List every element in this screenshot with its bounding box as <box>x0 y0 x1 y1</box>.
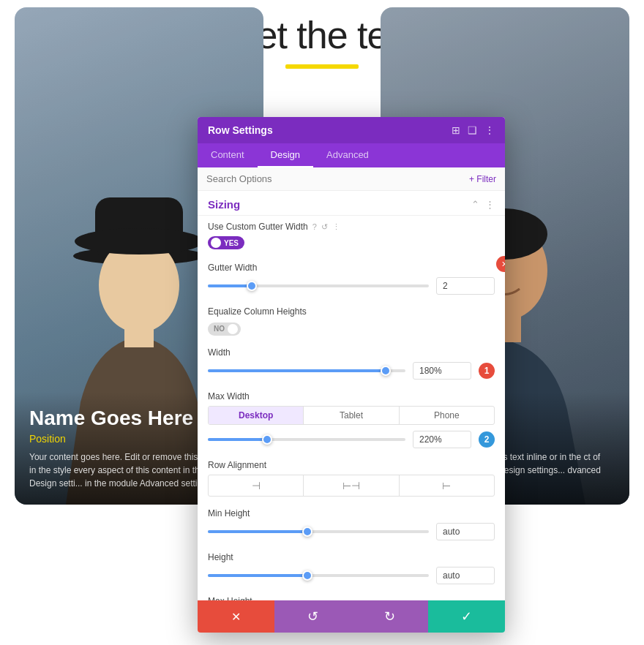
svg-point-3 <box>75 228 203 254</box>
gutter-width-toggle-row: Use Custom Gutter Width ? ↺ ⋮ YES <box>198 216 505 257</box>
badge-2: 2 <box>479 431 495 448</box>
max-width-slider: 220% 2 <box>208 431 495 448</box>
reset-icon: ↺ <box>307 608 318 625</box>
more-settings-icon[interactable]: ⋮ <box>485 199 495 210</box>
save-icon: ✓ <box>461 608 472 625</box>
gutter-width-slider-label: Gutter Width <box>208 263 495 273</box>
width-row: Width 180% 1 <box>198 342 505 385</box>
align-right-btn[interactable]: ⊢ <box>400 475 494 496</box>
gutter-slider-fill <box>208 284 252 287</box>
row-settings-modal: Row Settings ⊞ ❑ ⋮ Content Design Advanc… <box>198 117 505 633</box>
sizing-section-header: Sizing ⌃ ⋮ <box>198 191 505 216</box>
width-slider-thumb[interactable] <box>381 366 391 376</box>
align-left-btn[interactable]: ⊣ <box>209 475 304 496</box>
min-height-row: Min Height auto <box>198 502 505 546</box>
height-slider-track[interactable] <box>208 574 429 577</box>
max-width-row: Max Width Desktop Tablet Phone 220% 2 <box>198 385 505 454</box>
min-height-slider-track[interactable] <box>208 530 429 533</box>
width-slider-fill <box>208 369 386 372</box>
help-icon-gutter[interactable]: ? <box>312 222 317 231</box>
height-label: Height <box>208 552 495 562</box>
height-row: Height auto <box>198 546 505 590</box>
modal-header-icons: ⊞ ❑ ⋮ <box>452 124 495 136</box>
equalize-toggle[interactable]: NO <box>208 322 241 336</box>
redo-button[interactable]: ↻ <box>351 600 428 633</box>
min-height-label: Min Height <box>208 508 495 518</box>
height-slider-thumb[interactable] <box>302 570 312 581</box>
width-label: Width <box>208 347 495 358</box>
cancel-button[interactable]: ✕ <box>198 600 274 633</box>
device-tab-tablet[interactable]: Tablet <box>304 407 399 424</box>
height-slider: auto <box>208 567 495 584</box>
settings-icon[interactable]: ⊞ <box>452 124 460 136</box>
copy-icon[interactable]: ❑ <box>468 124 477 136</box>
modal-footer: ✕ ↺ ↻ ✓ <box>198 600 505 633</box>
max-width-slider-track[interactable] <box>208 438 405 441</box>
height-value[interactable]: auto <box>436 567 495 584</box>
search-input[interactable] <box>206 173 469 184</box>
device-tab-phone[interactable]: Phone <box>400 407 494 424</box>
toggle-circle <box>211 238 221 248</box>
tab-design[interactable]: Design <box>258 143 313 167</box>
width-value[interactable]: 180% <box>413 362 471 380</box>
min-height-slider: auto <box>208 523 495 540</box>
align-center-btn[interactable]: ⊢⊣ <box>304 475 399 496</box>
accent-bar <box>285 64 359 69</box>
max-width-slider-fill <box>208 438 267 441</box>
save-button[interactable]: ✓ <box>428 600 505 633</box>
badge-1: 1 <box>479 363 495 379</box>
more-icon[interactable]: ⋮ <box>484 124 495 136</box>
collapse-icon[interactable]: ⌃ <box>471 199 479 210</box>
alignment-buttons: ⊣ ⊢⊣ ⊢ <box>208 475 495 497</box>
modal-body: Sizing ⌃ ⋮ Use Custom Gutter Width ? ↺ ⋮… <box>198 191 505 600</box>
height-slider-fill <box>208 574 307 577</box>
more-icon-gutter[interactable]: ⋮ <box>332 222 340 232</box>
gutter-slider-thumb[interactable] <box>247 281 257 291</box>
gutter-width-slider-row: Gutter Width 2 <box>198 257 505 301</box>
gutter-toggle[interactable]: YES <box>208 236 244 249</box>
max-width-slider-thumb[interactable] <box>262 434 272 445</box>
gutter-value[interactable]: 2 <box>436 277 495 295</box>
min-height-slider-fill <box>208 530 307 533</box>
redo-icon: ↻ <box>384 608 395 625</box>
toggle-circle-no <box>228 324 238 334</box>
tab-advanced[interactable]: Advanced <box>313 143 382 167</box>
max-height-row: Max Height none <box>198 590 505 601</box>
modal-tabs: Content Design Advanced <box>198 143 505 167</box>
min-height-slider-thumb[interactable] <box>302 527 312 537</box>
equalize-label: Equalize Column Heights <box>208 306 495 317</box>
modal-search-bar: + Filter <box>198 167 505 191</box>
modal-title: Row Settings <box>208 124 273 136</box>
reset-button[interactable]: ↺ <box>274 600 351 633</box>
reset-icon-gutter[interactable]: ↺ <box>321 222 328 232</box>
modal-header: Row Settings ⊞ ❑ ⋮ <box>198 117 505 143</box>
gutter-slider-track[interactable] <box>208 284 429 287</box>
device-tab-desktop[interactable]: Desktop <box>209 407 304 424</box>
sizing-title: Sizing <box>208 198 240 211</box>
max-width-value[interactable]: 220% <box>413 431 471 448</box>
gutter-width-label: Use Custom Gutter Width ? ↺ ⋮ <box>208 222 495 232</box>
min-height-value[interactable]: auto <box>436 523 495 540</box>
row-alignment-label: Row Alignment <box>208 460 495 470</box>
gutter-width-slider: 2 <box>208 277 495 295</box>
cancel-icon: ✕ <box>231 610 241 624</box>
equalize-row: Equalize Column Heights NO <box>198 301 505 342</box>
svg-rect-4 <box>124 325 154 347</box>
tab-content[interactable]: Content <box>198 143 258 167</box>
width-slider: 180% 1 <box>208 362 495 380</box>
row-alignment-row: Row Alignment ⊣ ⊢⊣ ⊢ <box>198 454 505 502</box>
device-tabs: Desktop Tablet Phone <box>208 406 495 425</box>
section-icons: ⌃ ⋮ <box>471 199 495 210</box>
max-width-label: Max Width <box>208 391 495 401</box>
filter-button[interactable]: + Filter <box>469 174 496 184</box>
width-slider-track[interactable] <box>208 369 405 372</box>
